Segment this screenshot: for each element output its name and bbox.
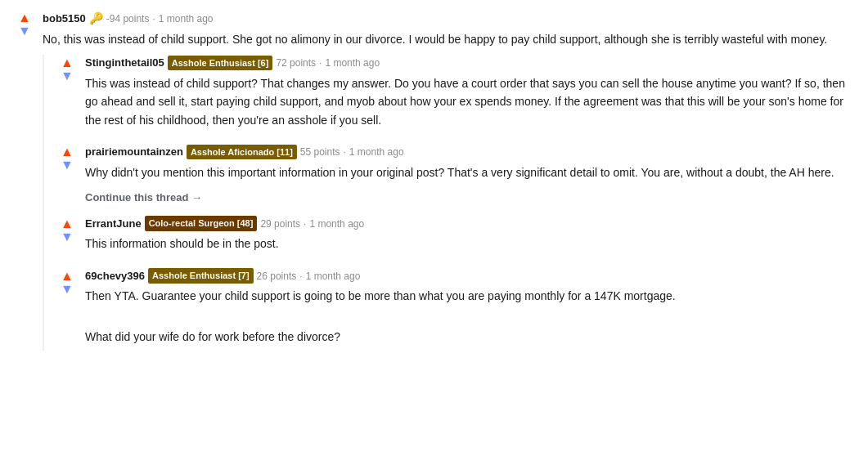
upvote-button[interactable]: ▲ (61, 217, 74, 230)
comment-thread: ▲ ▼ bob5150 🔑 -94 points · 1 month ago N… (13, 10, 855, 360)
downvote-button[interactable]: ▼ (61, 69, 74, 83)
username[interactable]: ErrantJune (85, 216, 142, 232)
vote-col: ▲ ▼ (56, 216, 79, 258)
comment-text: This information should be in the post. (85, 235, 855, 253)
upvote-button[interactable]: ▲ (18, 11, 31, 25)
username[interactable]: bob5150 (43, 11, 86, 27)
comment-body: prairiemountainzen Asshole Aficionado [1… (85, 144, 855, 206)
comment-69chevy396: ▲ ▼ 69chevy396 Asshole Enthusiast [7] 26… (56, 268, 855, 351)
flair-badge: Asshole Enthusiast [7] (148, 268, 254, 284)
username[interactable]: Stinginthetail05 (85, 55, 164, 71)
flair-badge: Asshole Aficionado [11] (187, 145, 297, 160)
vote-col: ▲ ▼ (56, 144, 79, 206)
comment-points: -94 points (106, 11, 150, 26)
comment-body: 69chevy396 Asshole Enthusiast [7] 26 poi… (85, 268, 855, 351)
vote-col: ▲ ▼ (56, 268, 79, 351)
comment-time: 1 month ago (309, 217, 364, 231)
vote-col: ▲ ▼ (56, 55, 79, 134)
continue-thread-link[interactable]: Continue this thread → (85, 190, 202, 206)
comment-time: 1 month ago (306, 269, 361, 284)
comment-points: 26 points (257, 269, 297, 284)
comment-points: 29 points (260, 217, 300, 231)
comment-body: ErrantJune Colo-rectal Surgeon [48] 29 p… (85, 216, 855, 258)
comment-text-2: What did your wife do for work before th… (85, 328, 855, 346)
nested-comments: ▲ ▼ Stinginthetail05 Asshole Enthusiast … (43, 55, 855, 351)
comment-text: Why didn't you mention this important in… (85, 163, 855, 181)
comment-stinginthetail05: ▲ ▼ Stinginthetail05 Asshole Enthusiast … (56, 55, 855, 134)
comment-body: bob5150 🔑 -94 points · 1 month ago No, t… (43, 10, 855, 360)
comment-time: 1 month ago (325, 56, 380, 70)
comment-bob5150: ▲ ▼ bob5150 🔑 -94 points · 1 month ago N… (13, 10, 855, 360)
comment-points: 55 points (300, 145, 340, 159)
upvote-button[interactable]: ▲ (61, 56, 74, 69)
comment-body: Stinginthetail05 Asshole Enthusiast [6] … (85, 55, 855, 134)
comment-dot: · (299, 269, 302, 284)
comment-text: No, this was instead of child support. S… (43, 30, 855, 48)
comment-header: prairiemountainzen Asshole Aficionado [1… (85, 144, 855, 160)
comment-dot: · (304, 217, 306, 231)
comment-header: 69chevy396 Asshole Enthusiast [7] 26 poi… (85, 268, 855, 284)
comment-errantjune: ▲ ▼ ErrantJune Colo-rectal Surgeon [48] … (56, 216, 855, 258)
upvote-button[interactable]: ▲ (61, 270, 74, 283)
comment-header: Stinginthetail05 Asshole Enthusiast [6] … (85, 55, 855, 71)
comment-prairiemountainzen: ▲ ▼ prairiemountainzen Asshole Aficionad… (56, 144, 855, 206)
comment-time: 1 month ago (349, 145, 404, 159)
flair-badge: Asshole Enthusiast [6] (168, 56, 273, 71)
comment-time: 1 month ago (159, 11, 214, 26)
comment-text-1: Then YTA. Guarantee your child support i… (85, 287, 855, 305)
comment-points: 72 points (276, 56, 316, 70)
username[interactable]: prairiemountainzen (85, 144, 183, 160)
comment-header: ErrantJune Colo-rectal Surgeon [48] 29 p… (85, 216, 855, 232)
vote-col: ▲ ▼ (13, 10, 36, 360)
flair-badge: Colo-rectal Surgeon [48] (145, 216, 258, 231)
key-icon: 🔑 (89, 10, 103, 27)
downvote-button[interactable]: ▼ (61, 283, 74, 296)
comment-dot: · (344, 145, 346, 159)
downvote-button[interactable]: ▼ (61, 159, 74, 172)
comment-dot: · (319, 56, 322, 70)
upvote-button[interactable]: ▲ (61, 145, 74, 159)
comment-text: This was instead of child support? That … (85, 74, 855, 129)
downvote-button[interactable]: ▼ (18, 25, 31, 38)
username[interactable]: 69chevy396 (85, 268, 145, 284)
comment-dot: · (152, 11, 155, 26)
downvote-button[interactable]: ▼ (61, 230, 74, 244)
comment-header: bob5150 🔑 -94 points · 1 month ago (43, 10, 855, 27)
